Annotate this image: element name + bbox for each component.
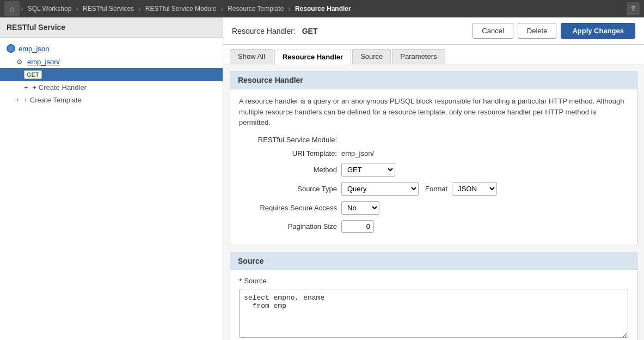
sidebar-item-emp-json[interactable]: emp_json (0, 42, 223, 55)
uri-template-value: emp_json/ (341, 149, 374, 157)
format-label: Format (425, 185, 447, 193)
form-row-pagination: Pagination Size (239, 220, 628, 233)
source-type-label: Source Type (239, 185, 337, 193)
cancel-button[interactable]: Cancel (473, 23, 513, 39)
breadcrumb-service-module[interactable]: RESTful Service Module (142, 5, 220, 13)
header-label: Resource Handler: (232, 27, 296, 35)
format-select[interactable]: JSON XML CSV (452, 182, 497, 196)
breadcrumb-resource-template[interactable]: Resource Template (224, 5, 287, 13)
sidebar-item-label-emp-json: emp_json (19, 45, 49, 53)
tab-parameters[interactable]: Parameters (392, 49, 445, 64)
form-row-secure-access: Requires Secure Access No Yes (239, 201, 628, 215)
content-area: Resource Handler: GET Cancel Delete Appl… (223, 17, 644, 340)
form-row-uri-template: URI Template: emp_json/ (239, 149, 628, 157)
delete-button[interactable]: Delete (518, 23, 557, 39)
sidebar-item-get[interactable]: GET (0, 68, 223, 81)
sidebar-tree: emp_json ⚙ emp_json/ GET + + Create Hand… (0, 38, 223, 111)
header-bar: Resource Handler: GET Cancel Delete Appl… (223, 17, 644, 45)
source-textarea[interactable]: select empno, ename from emp (239, 289, 628, 338)
globe-icon (7, 44, 15, 53)
sidebar-title: RESTful Service (0, 17, 223, 38)
help-button[interactable]: ? (627, 2, 640, 15)
breadcrumb-sep-3: › (219, 4, 224, 13)
resource-handler-section: Resource Handler A resource handler is a… (230, 71, 637, 245)
main-layout: RESTful Service emp_json ⚙ emp_json/ GET… (0, 17, 644, 340)
description-text: A resource handler is a query or an anon… (239, 96, 628, 128)
pagination-input[interactable] (341, 220, 374, 233)
breadcrumb-sql-workshop[interactable]: SQL Workshop (24, 5, 75, 13)
required-star: * (239, 277, 242, 286)
breadcrumb-restful-services[interactable]: RESTful Services (79, 5, 137, 13)
breadcrumb: ⌂ › SQL Workshop › RESTful Services › RE… (0, 0, 644, 17)
tabs-bar: Show All Resource Handler Source Paramet… (223, 45, 644, 64)
source-type-select[interactable]: Query Query One Row DML PL/SQL (341, 182, 419, 196)
breadcrumb-sep-0: › (20, 4, 24, 13)
tab-resource-handler[interactable]: Resource Handler (274, 50, 351, 64)
form-row-method: Method GET POST PUT DELETE (239, 163, 628, 177)
home-button[interactable]: ⌂ (4, 1, 20, 16)
get-badge: GET (24, 70, 42, 79)
method-select[interactable]: GET POST PUT DELETE (341, 163, 395, 177)
source-field-label: Source (244, 277, 266, 285)
tab-show-all[interactable]: Show All (230, 49, 273, 64)
source-section-body: * Source select empno, ename from emp (230, 270, 637, 341)
header-value: GET (302, 27, 318, 35)
create-handler-button[interactable]: + + Create Handler (0, 81, 223, 94)
home-icon: ⌂ (10, 4, 14, 13)
source-required-row: * Source (239, 277, 628, 286)
sidebar-item-label-emp-json-slash: emp_json/ (27, 58, 60, 66)
resource-handler-section-body: A resource handler is a query or an anon… (230, 89, 637, 245)
restful-module-label: RESTful Service Module: (239, 136, 337, 144)
resource-handler-section-title: Resource Handler (230, 71, 637, 89)
form-row-source-type: Source Type Query Query One Row DML PL/S… (239, 182, 628, 196)
sidebar: RESTful Service emp_json ⚙ emp_json/ GET… (0, 17, 223, 340)
secure-access-select[interactable]: No Yes (341, 201, 379, 215)
breadcrumb-sep-4: › (287, 4, 292, 13)
secure-access-label: Requires Secure Access (239, 204, 337, 212)
create-template-button[interactable]: + + Create Template (0, 94, 223, 106)
plus-icon-template: + (15, 96, 20, 104)
source-section-title: Source (230, 252, 637, 270)
source-section: Source * Source select empno, ename from… (230, 252, 637, 341)
breadcrumb-sep-1: › (75, 4, 79, 13)
gear-icon: ⚙ (15, 57, 24, 66)
plus-icon-handler: + (24, 83, 28, 92)
uri-template-label: URI Template: (239, 149, 337, 157)
sidebar-item-emp-json-slash[interactable]: ⚙ emp_json/ (0, 55, 223, 68)
breadcrumb-sep-2: › (137, 4, 142, 13)
method-label: Method (239, 166, 337, 174)
header-buttons: Cancel Delete Apply Changes (473, 23, 635, 39)
tab-source[interactable]: Source (352, 49, 391, 64)
pagination-label: Pagination Size (239, 222, 337, 230)
form-row-restful-module: RESTful Service Module: (239, 136, 628, 144)
breadcrumb-resource-handler: Resource Handler (292, 5, 354, 13)
apply-changes-button[interactable]: Apply Changes (561, 23, 635, 39)
